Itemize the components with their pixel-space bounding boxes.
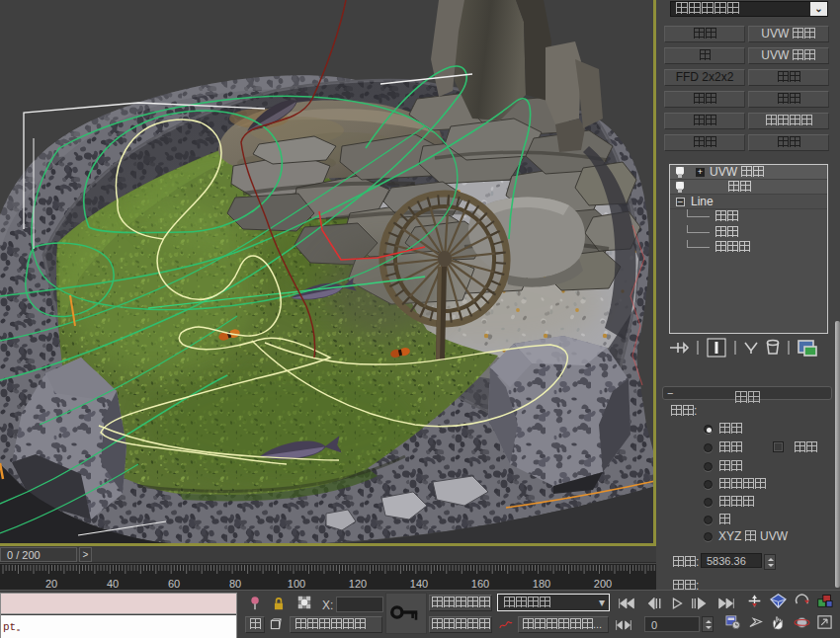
svg-text:180: 180 <box>533 578 550 590</box>
svg-text:200: 200 <box>594 578 612 590</box>
svg-text:20: 20 <box>45 578 57 590</box>
svg-text:160: 160 <box>471 578 489 590</box>
svg-text:140: 140 <box>410 578 428 590</box>
svg-text:120: 120 <box>349 578 367 590</box>
svg-text:60: 60 <box>168 578 180 590</box>
svg-text:40: 40 <box>107 578 119 590</box>
svg-text:100: 100 <box>288 578 305 590</box>
svg-text:80: 80 <box>229 578 241 590</box>
